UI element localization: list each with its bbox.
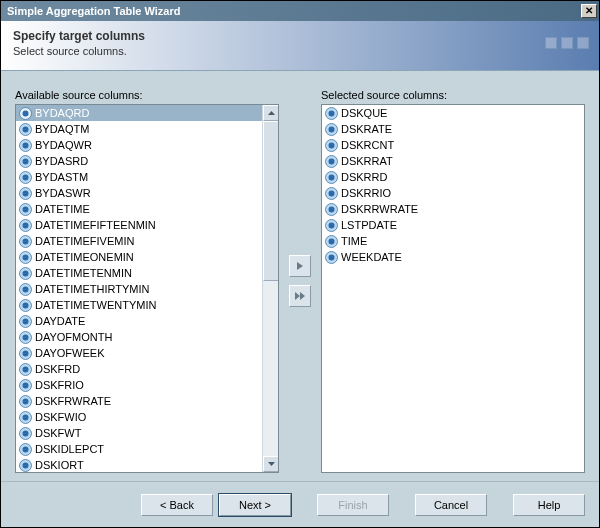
move-all-right-button[interactable] (289, 285, 311, 307)
wizard-window: Simple Aggregation Table Wizard ✕ Specif… (0, 0, 600, 528)
available-listbox[interactable]: BYDAQRDBYDAQTMBYDAQWRBYDASRDBYDASTMBYDAS… (15, 104, 279, 473)
column-icon (18, 442, 32, 456)
help-button[interactable]: Help (513, 494, 585, 516)
column-icon (18, 394, 32, 408)
list-item-label: DSKQUE (341, 107, 387, 119)
column-icon (18, 426, 32, 440)
svg-point-64 (328, 174, 334, 180)
svg-point-68 (328, 206, 334, 212)
list-item-label: DATETIMEONEMIN (35, 251, 134, 263)
list-item[interactable]: LSTPDATE (322, 217, 584, 233)
list-item[interactable]: DSKIORT (16, 457, 262, 472)
list-item[interactable]: BYDAQRD (16, 105, 262, 121)
list-item[interactable]: DATETIME (16, 201, 262, 217)
list-item-label: DATETIMEFIFTEENMIN (35, 219, 156, 231)
list-item[interactable]: DSKFRIO (16, 377, 262, 393)
svg-marker-50 (268, 111, 275, 115)
double-arrow-right-icon (294, 291, 306, 301)
scroll-up-button[interactable] (263, 105, 279, 121)
content-area: Available source columns: BYDAQRDBYDAQTM… (1, 71, 599, 481)
list-item[interactable]: WEEKDATE (322, 249, 584, 265)
list-item[interactable]: DATETIMEONEMIN (16, 249, 262, 265)
list-item[interactable]: DSKFWT (16, 425, 262, 441)
list-item-label: DSKRATE (341, 123, 392, 135)
list-item-label: DAYOFMONTH (35, 331, 112, 343)
back-button[interactable]: < Back (141, 494, 213, 516)
svg-point-21 (22, 270, 28, 276)
svg-point-35 (22, 382, 28, 388)
svg-point-9 (22, 174, 28, 180)
list-item[interactable]: DATETIMETHIRTYMIN (16, 281, 262, 297)
list-item-label: DSKIORT (35, 459, 84, 471)
selected-column-panel: Selected source columns: DSKQUEDSKRATEDS… (321, 89, 585, 473)
list-item-label: DSKFRD (35, 363, 80, 375)
list-item[interactable]: DSKFRD (16, 361, 262, 377)
svg-point-39 (22, 414, 28, 420)
column-icon (18, 122, 32, 136)
list-item[interactable]: BYDASRD (16, 153, 262, 169)
available-scrollbar[interactable] (262, 105, 278, 472)
list-item[interactable]: DSKRRD (322, 169, 584, 185)
svg-point-23 (22, 286, 28, 292)
column-icon (18, 410, 32, 424)
list-item-label: BYDASWR (35, 187, 91, 199)
list-item[interactable]: DSKFRWRATE (16, 393, 262, 409)
list-item-label: DSKRRWRATE (341, 203, 418, 215)
move-right-button[interactable] (289, 255, 311, 277)
column-icon (18, 186, 32, 200)
list-item-label: BYDAQWR (35, 139, 92, 151)
list-item[interactable]: DATETIMETENMIN (16, 265, 262, 281)
list-item[interactable]: DSKRRIO (322, 185, 584, 201)
list-item[interactable]: DSKQUE (322, 105, 584, 121)
step-subheading: Select source columns. (13, 45, 587, 57)
column-icon (18, 362, 32, 376)
list-item[interactable]: BYDASTM (16, 169, 262, 185)
chevron-up-icon (268, 111, 275, 115)
list-item[interactable]: DSKIDLEPCT (16, 441, 262, 457)
available-label: Available source columns: (15, 89, 279, 101)
step-heading: Specify target columns (13, 29, 587, 43)
list-item-label: WEEKDATE (341, 251, 402, 263)
list-item[interactable]: BYDAQWR (16, 137, 262, 153)
list-item-label: BYDAQRD (35, 107, 89, 119)
column-icon (18, 138, 32, 152)
svg-point-56 (328, 110, 334, 116)
list-item[interactable]: BYDASWR (16, 185, 262, 201)
svg-point-19 (22, 254, 28, 260)
list-item[interactable]: TIME (322, 233, 584, 249)
column-icon (18, 330, 32, 344)
svg-point-29 (22, 334, 28, 340)
column-icon (324, 154, 338, 168)
list-item[interactable]: DSKRATE (322, 121, 584, 137)
list-item[interactable]: DATETIMETWENTYMIN (16, 297, 262, 313)
title-bar: Simple Aggregation Table Wizard ✕ (1, 1, 599, 21)
list-item[interactable]: BYDAQTM (16, 121, 262, 137)
scroll-down-button[interactable] (263, 456, 279, 472)
column-icon (324, 138, 338, 152)
list-item-label: DSKFRWRATE (35, 395, 111, 407)
list-item[interactable]: DSKRCNT (322, 137, 584, 153)
close-icon: ✕ (585, 5, 593, 16)
column-icon (18, 234, 32, 248)
list-item[interactable]: DAYDATE (16, 313, 262, 329)
column-icon (18, 266, 32, 280)
selected-listbox[interactable]: DSKQUEDSKRATEDSKRCNTDSKRRATDSKRRDDSKRRIO… (321, 104, 585, 473)
list-item[interactable]: DATETIMEFIVEMIN (16, 233, 262, 249)
scroll-thumb[interactable] (263, 121, 279, 281)
next-button[interactable]: Next > (219, 494, 291, 516)
svg-point-58 (328, 126, 334, 132)
close-button[interactable]: ✕ (581, 4, 597, 18)
list-item[interactable]: DSKRRAT (322, 153, 584, 169)
cancel-button[interactable]: Cancel (415, 494, 487, 516)
list-item[interactable]: DAYOFMONTH (16, 329, 262, 345)
svg-point-41 (22, 430, 28, 436)
list-item[interactable]: DAYOFWEEK (16, 345, 262, 361)
list-item[interactable]: DATETIMEFIFTEENMIN (16, 217, 262, 233)
list-item[interactable]: DSKFWIO (16, 409, 262, 425)
svg-point-45 (22, 462, 28, 468)
svg-marker-53 (295, 292, 300, 300)
footer-buttons: < Back Next > Finish Cancel Help (1, 481, 599, 527)
chevron-down-icon (268, 462, 275, 466)
list-item[interactable]: DSKRRWRATE (322, 201, 584, 217)
column-icon (324, 202, 338, 216)
